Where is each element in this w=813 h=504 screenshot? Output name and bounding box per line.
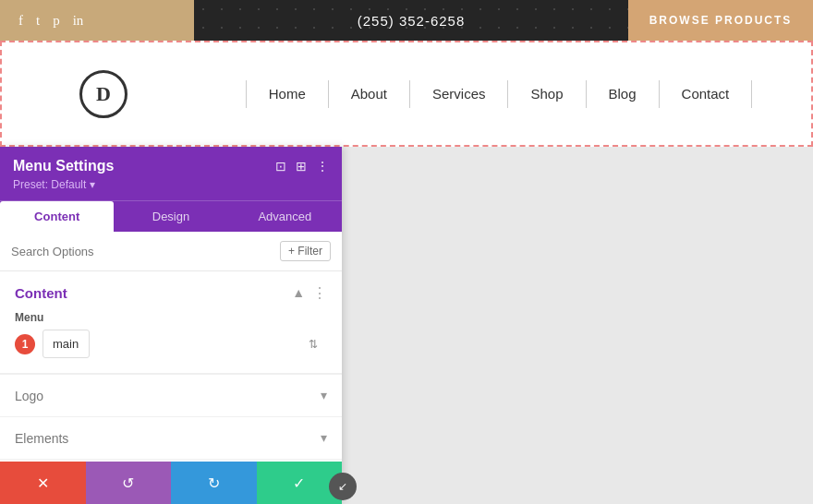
right-content-area bbox=[342, 147, 813, 504]
search-bar: + Filter bbox=[0, 232, 342, 271]
main-nav: Home About Services Shop Blog Contact bbox=[187, 80, 811, 108]
nav-item-services[interactable]: Services bbox=[409, 80, 508, 108]
redo-button[interactable]: ↻ bbox=[171, 462, 257, 504]
chevron-up-icon: ▲ bbox=[292, 286, 305, 301]
reset-icon: ↺ bbox=[122, 474, 134, 492]
section-more-icon[interactable]: ⋮ bbox=[312, 284, 327, 302]
select-arrow-icon: ⇅ bbox=[309, 337, 318, 351]
logo-section[interactable]: Logo ▾ bbox=[0, 374, 342, 416]
save-icon: ✓ bbox=[293, 474, 305, 492]
cancel-button[interactable]: ✕ bbox=[0, 462, 86, 504]
logo-section-title: Logo bbox=[15, 389, 43, 403]
browse-products-button[interactable]: BROWSE PRODUCTS bbox=[649, 14, 793, 27]
search-input[interactable] bbox=[11, 245, 280, 258]
panel-header: Menu Settings ⊡ ⊞ ⋮ Preset: Default ▾ bbox=[0, 147, 342, 200]
panel-title: Menu Settings bbox=[13, 158, 114, 174]
columns-icon[interactable]: ⊞ bbox=[296, 159, 307, 174]
preset-label[interactable]: Preset: Default ▾ bbox=[13, 178, 329, 191]
browse-products-area[interactable]: BROWSE PRODUCTS bbox=[628, 0, 813, 41]
elements-chevron-icon: ▾ bbox=[321, 430, 327, 446]
cancel-icon: ✕ bbox=[37, 474, 49, 492]
facebook-icon[interactable]: f bbox=[18, 13, 23, 29]
logo: D bbox=[79, 70, 127, 118]
settings-panel: Menu Settings ⊡ ⊞ ⋮ Preset: Default ▾ Co… bbox=[0, 147, 342, 504]
drag-handle[interactable]: ↙ bbox=[329, 473, 357, 500]
elements-section-title: Elements bbox=[15, 431, 68, 446]
nav-item-shop[interactable]: Shop bbox=[507, 80, 585, 108]
menu-select[interactable]: main bbox=[42, 330, 90, 358]
content-section-header[interactable]: Content ▲ ⋮ bbox=[0, 271, 342, 311]
nav-item-home[interactable]: Home bbox=[246, 80, 328, 108]
social-links: f t p in bbox=[0, 13, 194, 29]
nav-item-blog[interactable]: Blog bbox=[586, 80, 659, 108]
pinterest-icon[interactable]: p bbox=[53, 13, 60, 29]
bottom-toolbar: ✕ ↺ ↻ ✓ bbox=[0, 462, 342, 504]
logo-area: D bbox=[2, 70, 187, 118]
phone-number: (255) 352-6258 bbox=[358, 13, 466, 29]
step-badge: 1 bbox=[15, 334, 35, 354]
panel-tabs: Content Design Advanced bbox=[0, 200, 342, 232]
filter-button[interactable]: + Filter bbox=[280, 241, 331, 261]
linkedin-icon[interactable]: in bbox=[73, 13, 84, 29]
reset-button[interactable]: ↺ bbox=[86, 462, 172, 504]
logo-letter: D bbox=[96, 82, 111, 106]
nav-item-contact[interactable]: Contact bbox=[659, 80, 753, 108]
logo-chevron-icon: ▾ bbox=[321, 388, 327, 403]
phone-bar: (255) 352-6258 bbox=[194, 0, 628, 41]
panel-header-top: Menu Settings ⊡ ⊞ ⋮ bbox=[13, 158, 329, 174]
panel-header-icons: ⊡ ⊞ ⋮ bbox=[275, 159, 329, 174]
menu-field-row: 1 main ⇅ bbox=[15, 330, 327, 358]
main-area: Menu Settings ⊡ ⊞ ⋮ Preset: Default ▾ Co… bbox=[0, 147, 813, 504]
elements-section[interactable]: Elements ▾ bbox=[0, 416, 342, 459]
tab-advanced[interactable]: Advanced bbox=[228, 201, 342, 232]
nav-item-about[interactable]: About bbox=[328, 80, 409, 108]
more-options-icon[interactable]: ⋮ bbox=[316, 159, 329, 174]
menu-field-section: Menu 1 main ⇅ bbox=[0, 311, 342, 373]
redo-icon: ↻ bbox=[208, 474, 220, 492]
menu-field-label: Menu bbox=[15, 311, 327, 324]
section-header-icons: ▲ ⋮ bbox=[292, 284, 327, 302]
content-section-title: Content bbox=[15, 285, 67, 301]
drag-icon: ↙ bbox=[338, 480, 347, 494]
resize-icon[interactable]: ⊡ bbox=[275, 159, 286, 174]
top-bar: f t p in (255) 352-6258 BROWSE PRODUCTS bbox=[0, 0, 813, 41]
tab-design[interactable]: Design bbox=[114, 201, 227, 232]
panel-body: Content ▲ ⋮ Menu 1 main ⇅ bbox=[0, 271, 342, 462]
header-nav: D Home About Services Shop Blog Contact bbox=[0, 41, 813, 147]
twitter-icon[interactable]: t bbox=[36, 13, 40, 29]
filter-label: + Filter bbox=[288, 245, 322, 258]
tab-content[interactable]: Content bbox=[0, 201, 114, 232]
